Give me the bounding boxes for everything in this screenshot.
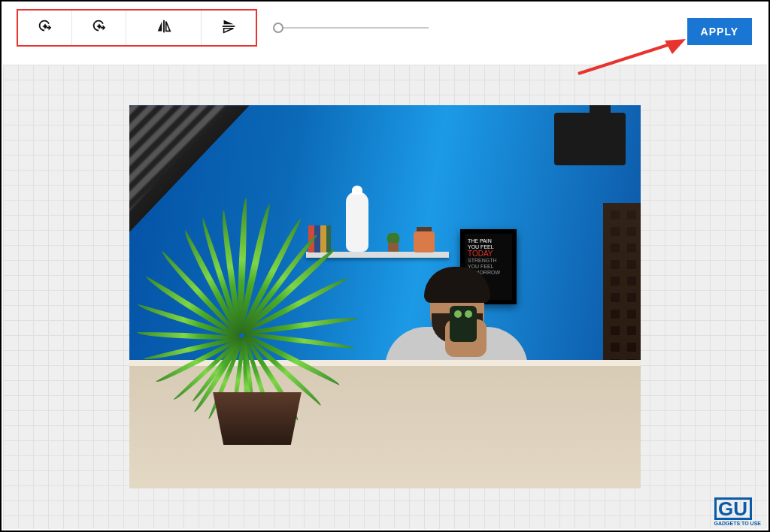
watermark: GU GADGETS TO USE — [714, 497, 762, 526]
apply-button[interactable]: APPLY — [687, 18, 752, 45]
rotate-right-icon — [91, 18, 108, 38]
rotate-left-button[interactable] — [18, 11, 72, 45]
slider-thumb[interactable] — [273, 23, 283, 33]
flip-vertical-icon — [220, 18, 237, 38]
canvas-area: THE PAIN YOU FEEL TODAY STRENGTH YOU FEE… — [3, 65, 767, 529]
slider-track — [278, 27, 429, 29]
toolbar: APPLY — [2, 2, 768, 54]
rotate-left-icon — [37, 18, 53, 38]
flip-vertical-button[interactable] — [202, 11, 256, 45]
rotation-slider[interactable] — [278, 27, 429, 29]
rotate-flip-tool-group — [17, 9, 257, 47]
flip-horizontal-button[interactable] — [126, 11, 202, 45]
flip-horizontal-icon — [156, 18, 172, 38]
image-preview[interactable]: THE PAIN YOU FEEL TODAY STRENGTH YOU FEE… — [129, 105, 641, 488]
rotate-right-button[interactable] — [72, 11, 126, 45]
